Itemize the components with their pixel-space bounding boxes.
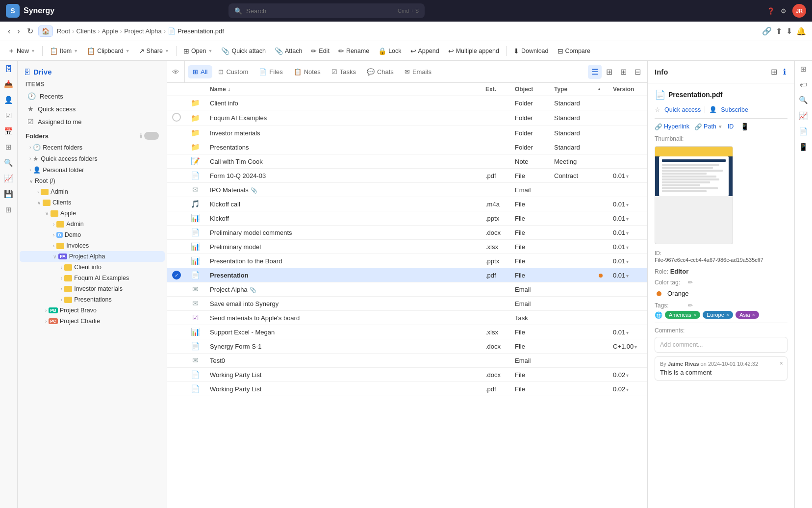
- row-check[interactable]: [167, 311, 186, 325]
- rs-tag-icon[interactable]: 🏷: [800, 80, 807, 89]
- breadcrumb-project-alpha[interactable]: Project Alpha: [124, 27, 162, 35]
- row-check[interactable]: [167, 197, 186, 211]
- tree-item-demo[interactable]: › D Demo: [20, 229, 165, 240]
- tab-all[interactable]: ⊞ All: [188, 65, 212, 78]
- storage-icon[interactable]: 💾: [4, 190, 13, 199]
- tab-files[interactable]: 📄 Files: [254, 65, 287, 78]
- compare-button[interactable]: ⊟ Compare: [554, 45, 594, 57]
- row-name[interactable]: Synergy Form S-1: [205, 339, 481, 354]
- row-check[interactable]: [167, 240, 186, 254]
- link-icon[interactable]: 🔗: [762, 26, 772, 36]
- table-row[interactable]: ✉ IPO Materials📎 Email: [167, 183, 647, 197]
- table-row[interactable]: ✉ Project Alpha📎 Email: [167, 282, 647, 297]
- table-row[interactable]: ✉ Save email into Synergy Email: [167, 297, 647, 311]
- tab-notes[interactable]: 📋 Notes: [289, 65, 326, 78]
- row-check[interactable]: [167, 339, 186, 354]
- table-row[interactable]: 📊 Presentation to the Board .pptx File 0…: [167, 254, 647, 268]
- grid-view-button[interactable]: ⊞: [617, 65, 630, 79]
- tree-item-project-bravo[interactable]: › PB Project Bravo: [20, 305, 165, 316]
- avatar[interactable]: JR: [792, 4, 806, 18]
- col-type-header[interactable]: Type: [549, 83, 593, 96]
- sidebar-item-quick-access[interactable]: ★ Quick access: [20, 102, 165, 115]
- sidebar-item-recents[interactable]: 🕐 Recents: [20, 90, 165, 102]
- row-name[interactable]: Presentation to the Board: [205, 254, 481, 268]
- rs-phone-icon[interactable]: 📱: [799, 143, 808, 152]
- table-row[interactable]: 📊 Kickoff .pptx File 0.01▾: [167, 211, 647, 226]
- row-name[interactable]: Preliminary model: [205, 240, 481, 254]
- calendar-icon[interactable]: 📅: [4, 127, 13, 136]
- row-check[interactable]: [167, 382, 186, 396]
- quick-access-link[interactable]: Quick access: [664, 106, 701, 113]
- id-link[interactable]: ID: [728, 123, 734, 130]
- row-check[interactable]: [167, 297, 186, 311]
- item-button[interactable]: 📋 Item ▼: [46, 45, 82, 57]
- tree-item-foqum[interactable]: › Foqum AI Examples: [20, 273, 165, 283]
- row-name[interactable]: IPO Materials📎: [205, 183, 481, 197]
- table-row[interactable]: 📊 Preliminary model .xlsx File 0.01▾: [167, 240, 647, 254]
- help-icon[interactable]: ❓: [767, 7, 775, 15]
- col-object-header[interactable]: Object: [510, 83, 549, 96]
- rs-search-icon[interactable]: 🔍: [799, 96, 808, 104]
- rs-chart-icon[interactable]: 📈: [799, 111, 808, 120]
- table-row[interactable]: ✉ Test0 Email: [167, 354, 647, 368]
- row-name[interactable]: Kickoff: [205, 211, 481, 226]
- row-name[interactable]: Form 10-Q 2024-03: [205, 169, 481, 183]
- table-row[interactable]: 📄 Working Party List .pdf File 0.02▾: [167, 382, 647, 396]
- row-name[interactable]: Working Party List: [205, 368, 481, 382]
- tag-europe-close[interactable]: ×: [726, 312, 729, 318]
- tags-edit-icon[interactable]: ✏: [688, 302, 693, 309]
- row-check[interactable]: [167, 354, 186, 368]
- share-button[interactable]: ↗ Share ▼: [135, 45, 173, 57]
- breadcrumb-clients[interactable]: Clients: [76, 27, 96, 35]
- table-row[interactable]: 📝 Call with Tim Cook Note Meeting: [167, 154, 647, 169]
- tab-chats[interactable]: 💬 Chats: [362, 65, 399, 78]
- row-check[interactable]: [167, 169, 186, 183]
- row-name[interactable]: Preliminary model comments: [205, 226, 481, 240]
- tree-item-admin-apple[interactable]: › Admin: [20, 219, 165, 229]
- notification-icon[interactable]: 🔔: [796, 26, 806, 36]
- folders-toggle[interactable]: [144, 132, 159, 140]
- col-name-header[interactable]: Name ↓: [205, 83, 481, 96]
- col-ext-header[interactable]: Ext.: [481, 83, 510, 96]
- quick-attach-button[interactable]: 📎 Quick attach: [217, 45, 269, 57]
- subscribe-link[interactable]: Subscribe: [721, 106, 748, 113]
- sidebar-item-assigned[interactable]: ☑ Assigned to me: [20, 115, 165, 128]
- table-row[interactable]: 📁 Client info Folder Standard: [167, 96, 647, 110]
- check-icon[interactable]: ✓: [172, 271, 181, 279]
- search-side-icon[interactable]: 🔍: [4, 158, 13, 167]
- row-check[interactable]: ✓: [167, 268, 186, 282]
- comment-input[interactable]: Add comment...: [655, 337, 787, 353]
- row-name[interactable]: Investor materials: [205, 126, 481, 140]
- comment-close-button[interactable]: ×: [780, 360, 783, 367]
- tab-custom[interactable]: ⊡ Custom: [213, 65, 253, 78]
- tab-tasks[interactable]: ☑ Tasks: [327, 65, 361, 78]
- tree-item-presentations[interactable]: › Presentations: [20, 294, 165, 305]
- forward-button[interactable]: ›: [15, 25, 22, 37]
- table-row[interactable]: 📁 Investor materials Folder Standard: [167, 126, 647, 140]
- row-name[interactable]: Project Alpha📎: [205, 282, 481, 297]
- row-check[interactable]: [167, 96, 186, 110]
- row-check[interactable]: [167, 325, 186, 339]
- row-name[interactable]: Presentation: [205, 268, 481, 282]
- color-edit-icon[interactable]: ✏: [688, 279, 693, 286]
- lock-button[interactable]: 🔒 Lock: [374, 45, 405, 57]
- tree-item-project-alpha[interactable]: ∨ PA Project Alpha: [20, 251, 165, 262]
- append-button[interactable]: ↩ Append: [406, 45, 443, 57]
- rs-grid-icon[interactable]: ⊞: [800, 65, 807, 74]
- apps-icon[interactable]: ⊞: [5, 205, 12, 214]
- info-icon[interactable]: ℹ: [140, 132, 142, 140]
- row-check[interactable]: [167, 211, 186, 226]
- table-icon[interactable]: ⊞: [5, 143, 12, 152]
- table-row[interactable]: 🎵 Kickoff call .m4a File 0.01▾: [167, 197, 647, 211]
- tree-item-personal[interactable]: › 👤 Personal folder: [20, 164, 165, 176]
- compact-view-button[interactable]: ⊞: [603, 65, 616, 79]
- row-name[interactable]: Support Excel - Megan: [205, 325, 481, 339]
- table-row[interactable]: ✓ 📄 Presentation .pdf File 0.01▾: [167, 268, 647, 282]
- refresh-button[interactable]: ↻: [25, 25, 35, 37]
- row-check[interactable]: [167, 126, 186, 140]
- tab-emails[interactable]: ✉ Emails: [400, 65, 436, 78]
- attach-button[interactable]: 📎 Attach: [271, 45, 306, 57]
- row-radio[interactable]: [167, 110, 186, 126]
- open-button[interactable]: ⊞ Open ▼: [179, 45, 217, 57]
- list-view-button[interactable]: ☰: [588, 65, 602, 79]
